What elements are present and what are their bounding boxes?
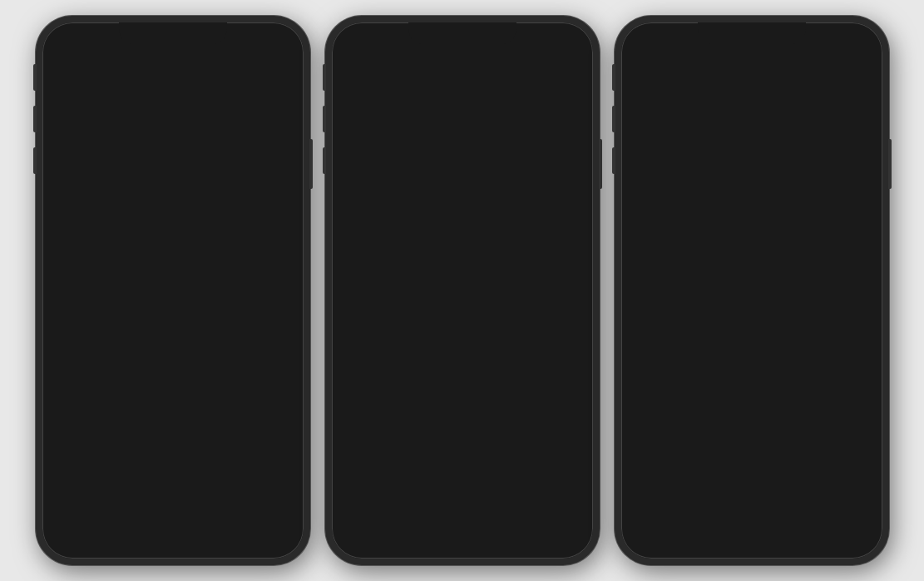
cell-ab-v: $22,053.34 — [476, 226, 582, 237]
s2-bar3 — [532, 38, 535, 46]
share-icon-1 — [57, 104, 76, 122]
europe-value: $8.7M — [88, 414, 109, 422]
back-button-1[interactable] — [52, 65, 66, 78]
status-icons-3: 4G — [813, 36, 866, 46]
nav-actions-3 — [818, 59, 872, 84]
refresh-label-1: Refresh visuals — [87, 312, 289, 325]
drag-indicator-3 — [737, 380, 767, 384]
trends-tab-price-3[interactable]: Price — [750, 434, 793, 452]
nav-subtitle-3: Sales Overview (1 of 4) — [651, 73, 814, 82]
cell-eu-val: $8,733,223.85 — [457, 189, 583, 201]
cell-az-v: $2,071.42 — [476, 237, 582, 249]
expand-button-2[interactable] — [530, 60, 553, 83]
status-bar-2: 18:03 4G — [332, 22, 593, 52]
nav-title-2: Adventure Works-opti... — [362, 61, 483, 73]
expand-button-1[interactable] — [239, 60, 262, 83]
t3-col-price: Unit Price — [746, 457, 872, 470]
share-label-3: Share — [666, 107, 867, 120]
expand-button-3[interactable] — [818, 60, 841, 83]
table-row: 2020 Feb$667.03 — [342, 377, 583, 389]
table-row: British Columbia$1,852,413.67 — [342, 272, 583, 284]
europe-label: Europe — [49, 409, 85, 427]
s3-bar4 — [826, 36, 828, 46]
scroll-indicator-3 — [867, 390, 871, 414]
table-row: Charente-Maritime $33,748.23 — [631, 390, 872, 402]
more-button-3[interactable] — [847, 59, 872, 84]
search-icon-1 — [57, 349, 76, 367]
star-icon-3 — [636, 228, 655, 246]
trends-tab-cost-3[interactable]: Product Cost — [631, 434, 706, 452]
siri-label-3: Siri — [666, 143, 867, 156]
refresh-menu-item-3[interactable]: Refresh visuals — [621, 300, 882, 338]
menu-list-3: Share Siri Create a Siri shortcut for op… — [621, 91, 882, 380]
more-button-1[interactable] — [269, 59, 294, 84]
phone-2: 18:03 4G — [325, 16, 600, 565]
t2-jan: 2020 Jan — [342, 365, 457, 377]
kpi-cost-label: Total Product Cost — [422, 118, 502, 127]
search-menu-item-3[interactable]: Open search — [621, 339, 882, 377]
siri-menu-item-1[interactable]: Siri Create a Siri shortcut for opening … — [42, 133, 304, 178]
status-icons-2: 4G — [524, 36, 576, 46]
bing-attribution: © Microsoft Bing — [46, 549, 95, 557]
t2-jan-v: $711.85 — [457, 365, 582, 377]
t3-col-month: Month — [631, 457, 747, 470]
status-time-3: 18:03 — [638, 34, 668, 47]
trends-tab-sales-3[interactable]: Sales — [705, 434, 750, 452]
nav-subtitle-1: Sales Overview (1 of 4) — [72, 73, 235, 82]
launch-icon-1 — [57, 189, 76, 207]
back-button-2[interactable] — [342, 65, 355, 78]
table-icon-3 — [645, 269, 663, 287]
trends-section-3: Trends for: Product Cost Sales Price Mon… — [631, 414, 872, 510]
t3-feb-v: $667.03 — [746, 482, 872, 494]
launch-text-1: Set as launch item — [87, 191, 289, 205]
nav-chevron-1: ▾ — [195, 61, 200, 72]
trends-tab-product-cost-2[interactable]: Product Cost — [342, 329, 417, 347]
favorite-menu-item-1[interactable]: Favorite — [42, 218, 304, 256]
launch-menu-item-3[interactable]: Set as launch item — [621, 179, 882, 217]
show-tables-menu-item-1[interactable]: Show all visuals as tables — [49, 257, 297, 299]
col-totalsales: Total Sales — [457, 152, 583, 166]
show-original-label-3: Show original visuals — [674, 271, 859, 285]
scroll-indicator-2 — [578, 201, 581, 309]
svg-point-1 — [279, 70, 281, 72]
trends-tab-price-2[interactable]: Price — [461, 329, 503, 347]
trends-tabs-3: Product Cost Sales Price — [631, 434, 872, 452]
trends-tab-sales-2[interactable]: Sales — [416, 329, 461, 347]
back-button-3[interactable] — [631, 65, 645, 78]
fav-label-3: Favorite — [666, 231, 867, 244]
more-button-2[interactable] — [560, 60, 583, 83]
refresh-menu-item-1[interactable]: Refresh visuals — [42, 300, 304, 338]
battery-fill-2 — [560, 38, 571, 44]
phone-1-screen: 18:03 4G — [42, 22, 304, 559]
svg-point-17 — [156, 448, 161, 453]
show-tables-text-1: Show all visuals as tables — [96, 271, 280, 285]
share-menu-item-3[interactable]: Share — [621, 94, 882, 132]
cell-pac-val: $8,922,309.95 — [457, 177, 583, 189]
bottom-table-preview-3: Charente-Maritime $33,748.23 England $3,… — [631, 390, 872, 414]
search-menu-item-1[interactable]: Open search — [42, 339, 304, 377]
phone-3: 18:03 4G — [615, 16, 889, 565]
s3-bar3 — [822, 38, 824, 46]
show-original-menu-item-3[interactable]: Show original visuals — [628, 257, 876, 299]
favorite-menu-item-3[interactable]: Favorite — [621, 218, 882, 256]
share-text-1: Share — [87, 107, 289, 120]
launch-menu-item-1[interactable]: Set as launch item — [42, 179, 304, 217]
siri-text-1: Siri Create a Siri shortcut for opening … — [87, 143, 289, 168]
preview-table-3: Charente-Maritime $33,748.23 England $3,… — [631, 390, 872, 414]
status-bar-3: 18:03 4G — [621, 22, 882, 52]
scroll-thumb-2 — [578, 222, 581, 272]
bottom-table-container-2: State-Province Total Sales Alabama Alber… — [342, 201, 583, 309]
refresh-icon-3 — [636, 310, 655, 328]
col-state: State-Province — [342, 201, 477, 214]
table-row: Europe $8,733,223.85 — [342, 189, 583, 201]
search-icon-3 — [636, 349, 655, 367]
share-menu-item-1[interactable]: Share — [42, 94, 304, 132]
status-time-2: 18:03 — [348, 34, 378, 47]
p3-en-v: $3,315,082.17 — [765, 402, 872, 414]
table-icon-1 — [66, 269, 84, 287]
fav-text-1: Favorite — [87, 231, 289, 244]
cell-ab: Alberta — [342, 226, 477, 237]
refresh-label-3: Refresh visuals — [666, 312, 867, 325]
siri-menu-item-3[interactable]: Siri Create a Siri shortcut for opening … — [621, 133, 882, 178]
svg-line-10 — [69, 361, 72, 364]
